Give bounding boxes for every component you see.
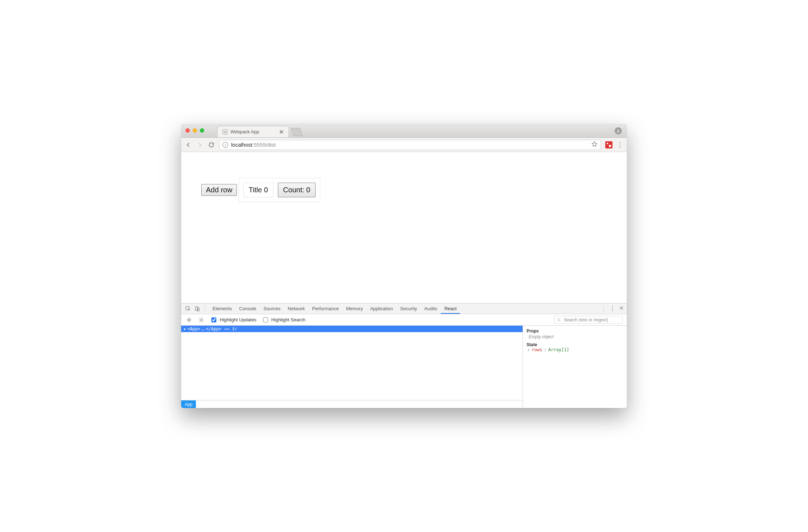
props-empty-text: Empty object [529, 334, 623, 339]
react-devtools-toolbar: Highlight Updates Highlight Search Searc… [181, 314, 627, 326]
highlight-updates-toggle[interactable]: Highlight Updates [210, 316, 257, 324]
url-text: localhost:5555/dist [231, 142, 276, 148]
bookmark-star-icon[interactable] [591, 141, 598, 148]
state-row[interactable]: ▶ rows: Array[1] [528, 347, 623, 352]
reload-button[interactable] [208, 141, 215, 148]
component-search-input[interactable]: Search (text or /regex/) [554, 316, 623, 324]
tab-title: Webpack App [230, 129, 259, 134]
react-devtools-body: ▶ <App>…</App> == $r App Props Empty obj… [181, 326, 627, 408]
disclosure-triangle-icon[interactable]: ▶ [184, 327, 186, 331]
target-icon[interactable] [185, 316, 193, 324]
browser-menu-button[interactable]: ⋮ [617, 142, 623, 148]
svg-point-7 [557, 318, 560, 321]
tab-close-icon[interactable] [279, 130, 284, 134]
highlight-search-toggle[interactable]: Highlight Search [262, 316, 306, 324]
devtools-panel: ElementsConsoleSourcesNetworkPerformance… [181, 303, 627, 408]
person-icon [616, 129, 620, 133]
highlight-search-checkbox[interactable] [263, 317, 268, 322]
search-icon [557, 318, 561, 322]
search-placeholder: Search (text or /regex/) [564, 317, 608, 322]
highlight-updates-checkbox[interactable] [211, 317, 216, 322]
tree-empty-area [181, 332, 523, 400]
devtools-tabbar: ElementsConsoleSourcesNetworkPerformance… [181, 303, 627, 314]
devtools-tab-audits[interactable]: Audits [421, 304, 441, 313]
devtools-tab-console[interactable]: Console [235, 304, 260, 313]
device-toggle-icon[interactable] [193, 305, 201, 313]
page-content: Add row Title 0 Count: 0 [181, 152, 627, 303]
window-controls [185, 128, 204, 133]
address-bar[interactable]: i localhost:5555/dist [219, 140, 601, 150]
back-button[interactable] [185, 141, 192, 148]
node-close-tag: </App> [206, 326, 221, 331]
devtools-tab-react[interactable]: React [441, 304, 460, 314]
svg-point-5 [189, 320, 189, 320]
site-info-icon[interactable]: i [222, 142, 228, 148]
svg-point-6 [201, 319, 202, 321]
node-open-tag: <App> [187, 326, 200, 331]
state-heading: State [527, 342, 623, 347]
count-button[interactable]: Count: 0 [278, 183, 316, 197]
devtools-tab-elements[interactable]: Elements [209, 304, 235, 313]
component-breadcrumb: App [181, 400, 523, 408]
browser-tab[interactable]: Webpack App [217, 126, 289, 137]
new-tab-button[interactable] [290, 128, 302, 136]
component-tree[interactable]: ▶ <App>…</App> == $r App [181, 326, 523, 408]
row-title: Title 0 [243, 183, 274, 197]
profile-avatar-button[interactable] [615, 127, 622, 134]
react-devtools-extension-icon[interactable] [605, 141, 612, 148]
state-key: rows [532, 347, 542, 352]
svg-point-0 [618, 129, 619, 131]
devtools-tab-application[interactable]: Application [367, 304, 397, 313]
divider [205, 306, 205, 312]
highlight-search-label: Highlight Search [271, 317, 306, 322]
devtools-menu-icon[interactable]: ⋮ [610, 305, 615, 312]
selected-component-node[interactable]: ▶ <App>…</App> == $r [181, 326, 523, 332]
divider [603, 306, 604, 312]
devtools-tab-memory[interactable]: Memory [343, 304, 367, 313]
window-minimize-button[interactable] [193, 128, 197, 133]
disclosure-triangle-icon[interactable]: ▶ [528, 348, 530, 352]
window-maximize-button[interactable] [200, 128, 204, 133]
add-row-button[interactable]: Add row [201, 184, 237, 196]
toolbar: i localhost:5555/dist ⋮ [181, 138, 627, 152]
devtools-tab-sources[interactable]: Sources [260, 304, 284, 313]
forward-button[interactable] [196, 141, 203, 148]
devtools-close-icon[interactable] [619, 306, 624, 312]
state-value: Array[1] [548, 347, 569, 352]
devtools-tab-network[interactable]: Network [284, 304, 309, 313]
highlight-updates-label: Highlight Updates [220, 317, 257, 322]
window-close-button[interactable] [185, 128, 190, 133]
browser-window: Webpack App i localhost:5555/dist ⋮ [181, 124, 627, 408]
devtools-tab-performance[interactable]: Performance [308, 304, 342, 313]
inspect-element-icon[interactable] [184, 305, 192, 313]
row-card: Title 0 Count: 0 [239, 178, 320, 202]
props-state-panel: Props Empty object State ▶ rows: Array[1… [523, 326, 627, 408]
breadcrumb-item[interactable]: App [181, 400, 196, 408]
devtools-tab-security[interactable]: Security [396, 304, 421, 313]
node-children-ellipsis: … [202, 326, 205, 331]
node-ref-hint: == $r [224, 326, 237, 331]
page-icon [222, 129, 228, 134]
titlebar: Webpack App [181, 124, 627, 138]
props-heading: Props [527, 329, 623, 334]
gear-icon[interactable] [198, 316, 205, 324]
